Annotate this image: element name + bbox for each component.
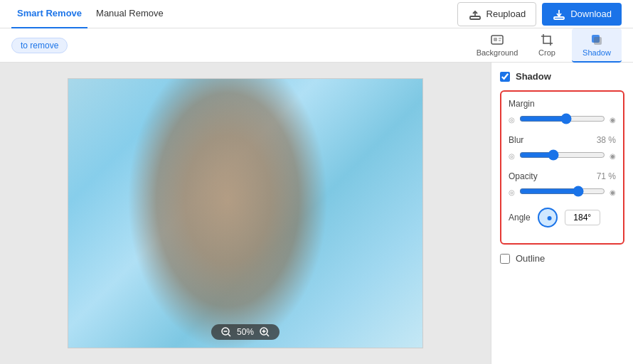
zoom-in-icon[interactable] [260,327,270,337]
blur-control: Blur 38 % ◎ ◉ [509,135,616,163]
tab-smart-remove[interactable]: Smart Remove [11,0,87,28]
blur-label-row: Blur 38 % [509,135,616,145]
header: Smart Remove Manual Remove Reupload Down… [0,0,633,28]
opacity-max-icon: ◉ [610,188,616,196]
angle-label: Angle [509,213,531,223]
svg-line-12 [228,334,230,336]
shadow-toggle-row: Shadow [500,71,624,82]
shadow-controls-box: Margin ◎ ◉ Blur 38 % ◎ [500,90,624,245]
outline-label[interactable]: Outline [516,253,545,264]
reupload-label: Reupload [486,9,526,19]
opacity-value: 71 % [597,171,616,181]
tab-manual-remove-label: Manual Remove [96,8,164,18]
margin-min-icon: ◎ [509,116,515,124]
main-area: 50% Shadow Margin [0,63,633,364]
crop-tool-label: Crop [538,48,555,57]
zoom-bar: 50% [211,324,280,340]
margin-max-icon: ◉ [610,116,616,124]
margin-slider[interactable] [519,113,605,124]
reupload-button[interactable]: Reupload [457,2,537,26]
canvas-container: 50% [68,78,423,348]
shadow-label[interactable]: Shadow [516,71,551,82]
background-tool-label: Background [477,48,518,57]
shadow-tool-icon [590,33,604,47]
blur-label: Blur [509,135,523,145]
angle-control: Angle [509,208,616,228]
shadow-tool-label: Shadow [583,48,611,57]
woman-image [68,79,422,348]
crop-tool-button[interactable]: Crop [522,28,572,63]
svg-rect-9 [594,37,602,45]
outline-checkbox[interactable] [500,254,510,264]
zoom-out-icon[interactable] [221,327,231,337]
shadow-tool-button[interactable]: Shadow [572,28,622,63]
zoom-value: 50% [237,327,254,337]
canvas-image [68,78,423,348]
tag-label: to remove [21,41,58,50]
outline-toggle-row: Outline [500,253,624,264]
angle-row: Angle [509,208,616,228]
opacity-slider-row: ◎ ◉ [509,186,616,199]
download-icon [552,7,566,21]
svg-rect-5 [494,38,497,41]
background-icon [490,33,504,47]
angle-dot [547,216,551,220]
to-remove-tag[interactable]: to remove [11,38,68,53]
upload-icon [468,7,482,21]
download-label: Download [570,9,612,19]
angle-input[interactable] [565,210,600,225]
blur-value: 38 % [597,135,616,145]
opacity-label: Opacity [509,171,538,181]
tab-manual-remove[interactable]: Manual Remove [90,0,169,28]
canvas-area: 50% [0,63,491,364]
opacity-control: Opacity 71 % ◎ ◉ [509,171,616,199]
margin-slider-row: ◎ ◉ [509,113,616,127]
angle-dial[interactable] [538,208,558,228]
tab-smart-remove-label: Smart Remove [17,8,82,18]
blur-slider[interactable] [519,149,605,161]
svg-line-16 [267,334,269,336]
opacity-slider[interactable] [519,186,605,197]
svg-rect-3 [554,17,564,19]
opacity-label-row: Opacity 71 % [509,171,616,181]
right-panel: Shadow Margin ◎ ◉ Blur [491,63,633,364]
blur-min-icon: ◎ [509,152,515,160]
margin-label: Margin [509,99,535,109]
blur-max-icon: ◉ [610,152,616,160]
blur-slider-row: ◎ ◉ [509,149,616,163]
toolbar: to remove Background Crop Shadow [0,28,633,63]
crop-icon [540,33,554,47]
margin-label-row: Margin [509,99,616,109]
background-tool-button[interactable]: Background [472,28,522,63]
margin-control: Margin ◎ ◉ [509,99,616,127]
download-button[interactable]: Download [542,3,622,26]
opacity-min-icon: ◎ [509,188,515,196]
shadow-checkbox[interactable] [500,72,510,82]
